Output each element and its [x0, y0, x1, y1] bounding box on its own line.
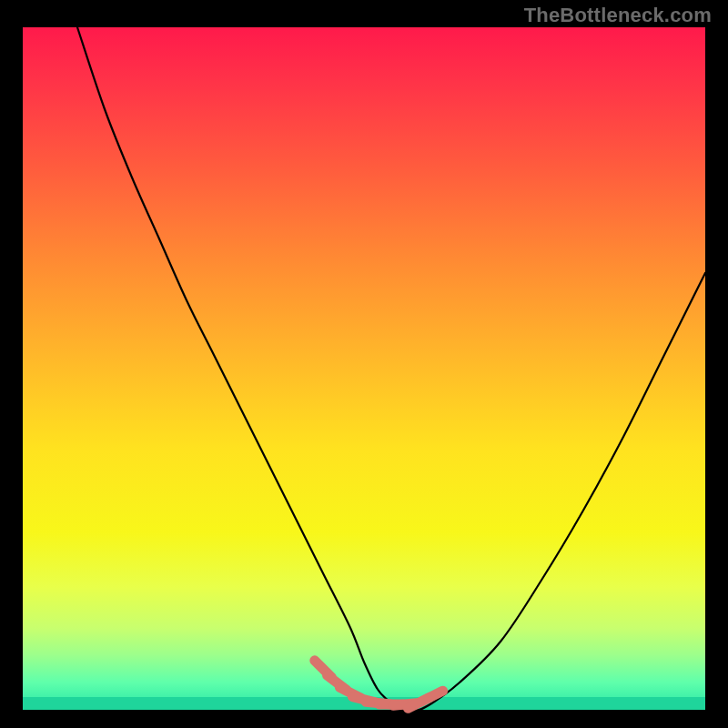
- chart-frame: TheBottleneck.com: [0, 0, 728, 728]
- watermark: TheBottleneck.com: [524, 4, 712, 27]
- bottleneck-curve: [77, 27, 705, 711]
- curve-svg: [23, 27, 705, 710]
- plot-area: [23, 27, 705, 710]
- highlight-marker: [421, 691, 442, 702]
- highlight-markers: [315, 661, 443, 709]
